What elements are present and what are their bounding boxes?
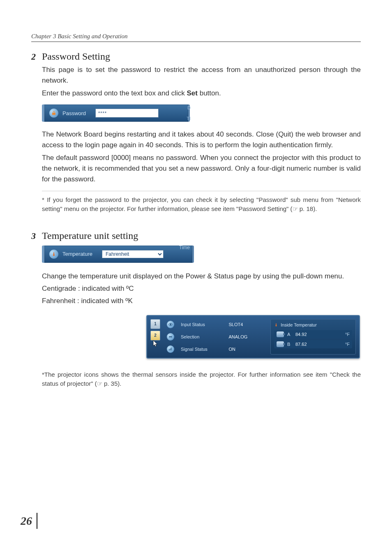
eye-icon (167, 321, 174, 328)
section2-para4: The default password [0000] means no pas… (42, 153, 361, 185)
input-status-value: SLOT4 (228, 322, 264, 327)
projector-icon (277, 331, 284, 337)
temperature-panel: Time Temperature Fahrenheit (42, 246, 194, 263)
temp-row-b: B 87.62 °F (274, 340, 352, 348)
set-button-ref: Set (187, 89, 197, 97)
password-label: Password (62, 110, 91, 116)
section-number: 2 (31, 51, 42, 62)
lock-icon (49, 109, 58, 118)
temp-a-value: 84.92 (295, 332, 342, 337)
text: button. (198, 89, 221, 97)
temperature-label: Temperature (62, 251, 98, 257)
projector-icon (277, 341, 284, 347)
tab-2[interactable]: 2 (150, 331, 160, 341)
password-input[interactable] (95, 109, 159, 118)
section2-footnote: * If you forget the password to the proj… (42, 195, 361, 214)
section2-para3: The Network Board begins restarting and … (42, 129, 361, 151)
section-number: 3 (31, 231, 42, 241)
clipped-text-bottom: TI (187, 116, 191, 121)
thermometer-icon (274, 322, 278, 328)
section-2-heading: 2 Password Setting (31, 51, 361, 62)
chapter-header: Chapter 3 Basic Setting and Operation (31, 33, 361, 42)
fahrenheit-line: Fahrenheit : indicated with ºK (42, 296, 361, 306)
inside-temperature-box: Inside Temperatur A 84.92 °F B 87.62 °F (270, 319, 356, 354)
temp-a-label: A (287, 332, 292, 337)
centigrade-line: Centigrade : indicated with ºC (42, 283, 361, 294)
section-title: Temperature unit setting (42, 230, 138, 241)
svg-point-0 (170, 324, 171, 325)
thermometer-icon (49, 250, 58, 259)
temp-b-unit: °F (345, 342, 350, 347)
temp-b-label: B (287, 342, 292, 347)
temperature-select[interactable]: Fahrenheit (102, 250, 164, 258)
time-label: Time (179, 245, 190, 250)
arrows-icon (167, 333, 174, 341)
section2-para1: This page is to set the password to rest… (42, 65, 361, 86)
section3-para1: Change the temperature unit displayed on… (42, 271, 361, 282)
status-panel: 1 2 Input Status SLOT4 Selection ANALOG … (146, 315, 360, 359)
status-grid: Input Status SLOT4 Selection ANALOG Sign… (164, 319, 266, 354)
selection-value: ANALOG (228, 334, 264, 339)
signal-status-value: ON (228, 347, 264, 352)
password-panel: D Password TI (42, 104, 190, 122)
temp-a-unit: °F (345, 332, 350, 337)
signal-icon (167, 345, 174, 353)
text: Enter the password onto the text box and… (42, 89, 187, 97)
cursor-icon (152, 340, 159, 347)
clipped-text-top: D (187, 105, 191, 110)
inside-temperature-title: Inside Temperatur (281, 322, 317, 327)
section-title: Password Setting (42, 51, 110, 62)
selection-label: Selection (181, 334, 224, 339)
section-3-heading: 3 Temperature unit setting (31, 230, 361, 241)
tab-strip: 1 2 (150, 319, 160, 354)
section2-para2: Enter the password onto the text box and… (42, 88, 361, 99)
section3-footnote: *The projector icons shows the thermal s… (42, 370, 361, 389)
page-number: 26 (21, 513, 38, 529)
input-status-label: Input Status (181, 322, 224, 327)
signal-status-label: Signal Status (181, 347, 224, 352)
tab-1[interactable]: 1 (150, 319, 160, 329)
temp-row-a: A 84.92 °F (274, 330, 352, 338)
separator (42, 191, 361, 191)
temp-b-value: 87.62 (295, 342, 342, 347)
